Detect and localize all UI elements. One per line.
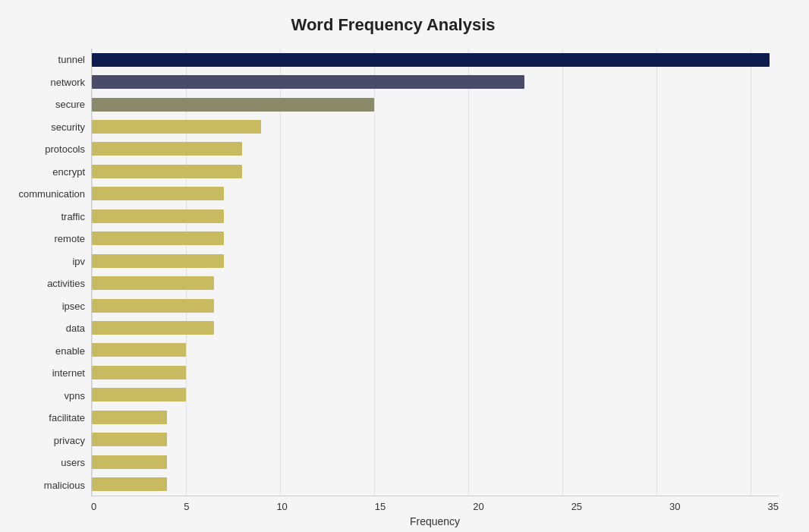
bar-row bbox=[92, 253, 779, 269]
x-axis: 05101520253035 bbox=[91, 496, 779, 512]
bar-row bbox=[92, 52, 779, 68]
y-label: secure bbox=[55, 99, 85, 109]
y-label: activities bbox=[47, 279, 85, 288]
y-label: protocols bbox=[45, 144, 85, 154]
bar-row bbox=[92, 431, 779, 448]
bar-row bbox=[92, 140, 779, 157]
bar bbox=[92, 321, 214, 335]
grid-line bbox=[92, 49, 93, 496]
bar bbox=[92, 209, 224, 223]
x-tick: 10 bbox=[276, 501, 287, 512]
bar-row bbox=[92, 230, 779, 247]
bar-row bbox=[92, 208, 779, 225]
y-labels: tunnelnetworksecuresecurityprotocolsencr… bbox=[8, 49, 91, 496]
y-label: facilitate bbox=[49, 413, 85, 423]
bar bbox=[92, 388, 186, 401]
y-label: vpns bbox=[65, 391, 85, 401]
grid-line bbox=[186, 49, 187, 496]
bar-row bbox=[92, 297, 779, 314]
bar-row bbox=[92, 320, 779, 336]
bar bbox=[92, 299, 214, 313]
y-label: tunnel bbox=[58, 55, 85, 65]
bar bbox=[92, 433, 167, 446]
y-label: ipv bbox=[72, 257, 85, 266]
y-label: ipsec bbox=[62, 301, 85, 311]
bar bbox=[92, 343, 186, 357]
bar bbox=[92, 187, 224, 200]
bar bbox=[92, 231, 224, 245]
bar bbox=[92, 53, 770, 67]
x-tick: 15 bbox=[375, 501, 386, 512]
bar-row bbox=[92, 409, 779, 426]
bar bbox=[92, 455, 167, 469]
bar bbox=[92, 276, 214, 290]
bar-row bbox=[92, 454, 779, 471]
bar-row bbox=[92, 96, 779, 113]
grid-line bbox=[751, 49, 751, 496]
x-axis-wrapper: 05101520253035 Frequency bbox=[8, 496, 779, 527]
bar-row bbox=[92, 185, 779, 202]
bar bbox=[92, 254, 224, 268]
bar-row bbox=[92, 275, 779, 291]
y-label: malicious bbox=[44, 480, 85, 490]
y-label: data bbox=[66, 323, 85, 333]
bar-row bbox=[92, 74, 779, 90]
chart-area: tunnelnetworksecuresecurityprotocolsencr… bbox=[8, 49, 779, 496]
bar bbox=[92, 142, 242, 156]
bar bbox=[92, 98, 374, 112]
y-label: network bbox=[50, 77, 85, 87]
y-label: security bbox=[51, 122, 85, 132]
x-tick: 20 bbox=[473, 501, 483, 512]
x-tick: 5 bbox=[184, 501, 189, 512]
bar bbox=[92, 477, 167, 491]
bar-row bbox=[92, 364, 779, 381]
bar-row bbox=[92, 476, 779, 493]
bar-row bbox=[92, 118, 779, 135]
x-tick: 30 bbox=[669, 501, 680, 512]
x-axis-label: Frequency bbox=[91, 515, 779, 527]
bar bbox=[92, 366, 186, 379]
bar-row bbox=[92, 163, 779, 180]
y-label: users bbox=[61, 458, 85, 467]
y-label: internet bbox=[52, 368, 85, 378]
grid-line bbox=[562, 49, 563, 496]
bars-area bbox=[91, 49, 779, 496]
y-label: traffic bbox=[61, 212, 85, 222]
y-label: remote bbox=[55, 234, 85, 244]
x-tick: 25 bbox=[571, 501, 582, 512]
chart-container: Word Frequency Analysis tunnelnetworksec… bbox=[0, 0, 809, 532]
grid-line bbox=[468, 49, 469, 496]
x-tick: 35 bbox=[767, 501, 778, 512]
bar bbox=[92, 75, 524, 89]
bar bbox=[92, 165, 242, 178]
grid-line bbox=[280, 49, 281, 496]
y-label: communication bbox=[19, 189, 85, 199]
bar bbox=[92, 411, 167, 424]
grid-line bbox=[374, 49, 375, 496]
y-label: encrypt bbox=[52, 167, 85, 177]
x-tick: 0 bbox=[91, 501, 96, 512]
y-label: enable bbox=[55, 346, 85, 356]
bar bbox=[92, 120, 261, 134]
bar-row bbox=[92, 386, 779, 403]
bar-row bbox=[92, 342, 779, 358]
chart-title: Word Frequency Analysis bbox=[8, 15, 779, 35]
y-label: privacy bbox=[54, 436, 85, 445]
grid-line bbox=[656, 49, 657, 496]
